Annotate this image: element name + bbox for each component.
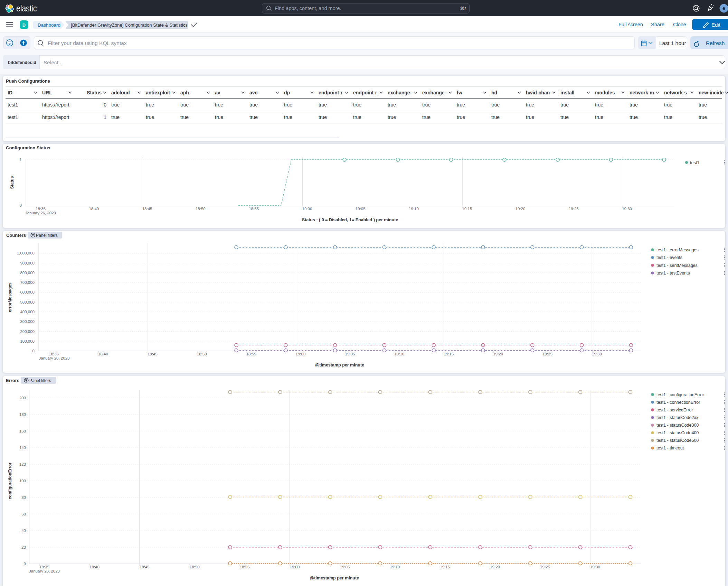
svg-text:19:15: 19:15	[462, 207, 472, 211]
svg-text:test1 - statusCode500: test1 - statusCode500	[656, 438, 699, 443]
svg-text:January 26, 2023: January 26, 2023	[25, 211, 56, 215]
svg-text:test1 - timeout: test1 - timeout	[656, 446, 684, 450]
svg-text:19:20: 19:20	[493, 352, 503, 356]
svg-text:19:20: 19:20	[516, 207, 526, 211]
svg-text:200: 200	[19, 396, 26, 400]
svg-text:140: 140	[19, 446, 26, 450]
svg-text:19:25: 19:25	[540, 565, 550, 569]
svg-text:January 26, 2023: January 26, 2023	[39, 356, 70, 360]
svg-text:900,000: 900,000	[20, 261, 35, 265]
svg-text:60: 60	[21, 512, 26, 516]
svg-text:0: 0	[32, 349, 35, 353]
svg-text:19:00: 19:00	[290, 565, 300, 569]
svg-text:test1 - serviceError: test1 - serviceError	[656, 408, 693, 412]
svg-text:test1 - events: test1 - events	[656, 255, 682, 260]
svg-text:19:00: 19:00	[302, 207, 312, 211]
svg-text:19:10: 19:10	[409, 207, 419, 211]
svg-text:19:05: 19:05	[345, 352, 355, 356]
svg-text:800,000: 800,000	[20, 271, 35, 275]
svg-text:test1 - testEvents: test1 - testEvents	[656, 271, 690, 276]
svg-text:200,000: 200,000	[20, 329, 35, 334]
svg-text:600,000: 600,000	[20, 290, 35, 294]
svg-text:19:15: 19:15	[440, 565, 450, 569]
svg-text:19:25: 19:25	[542, 352, 552, 356]
svg-text:Status: Status	[10, 176, 15, 189]
svg-text:18:55: 18:55	[249, 207, 259, 211]
svg-text:18:40: 18:40	[89, 565, 100, 569]
svg-text:@timestamp per minute: @timestamp per minute	[310, 576, 359, 580]
svg-text:18:35: 18:35	[49, 352, 59, 356]
svg-text:19:10: 19:10	[394, 352, 404, 356]
svg-text:test1 - errorMessages: test1 - errorMessages	[656, 248, 699, 252]
svg-text:18:35: 18:35	[36, 207, 46, 211]
svg-text:test1 - statusCode300: test1 - statusCode300	[656, 423, 699, 428]
svg-text:40: 40	[21, 529, 26, 533]
svg-text:300,000: 300,000	[20, 319, 35, 324]
svg-text:January 26, 2023: January 26, 2023	[29, 569, 60, 573]
svg-text:18:40: 18:40	[98, 352, 108, 356]
svg-text:errorMessages: errorMessages	[8, 282, 12, 312]
svg-text:19:30: 19:30	[592, 352, 602, 356]
svg-text:19:15: 19:15	[444, 352, 454, 356]
svg-text:100,000: 100,000	[20, 339, 35, 343]
svg-text:19:30: 19:30	[622, 207, 632, 211]
svg-text:100: 100	[19, 479, 26, 483]
svg-text:18:45: 18:45	[148, 352, 158, 356]
svg-text:19:20: 19:20	[490, 565, 500, 569]
svg-text:18:40: 18:40	[89, 207, 99, 211]
svg-text:19:30: 19:30	[590, 565, 600, 569]
svg-text:18:55: 18:55	[240, 565, 250, 569]
svg-text:configurationError: configurationError	[8, 463, 12, 499]
svg-text:700,000: 700,000	[20, 280, 35, 285]
svg-text:19:10: 19:10	[390, 565, 400, 569]
svg-text:19:05: 19:05	[356, 207, 366, 211]
svg-text:80: 80	[21, 495, 26, 500]
svg-text:test1 - connectionError: test1 - connectionError	[656, 400, 700, 405]
svg-text:test1: test1	[690, 160, 699, 165]
svg-text:20: 20	[21, 545, 26, 549]
svg-text:500,000: 500,000	[20, 300, 35, 304]
svg-text:18:45: 18:45	[142, 207, 152, 211]
svg-text:120: 120	[19, 462, 26, 466]
svg-text:0: 0	[20, 203, 22, 207]
svg-text:18:50: 18:50	[197, 352, 207, 356]
svg-text:19:05: 19:05	[340, 565, 350, 569]
svg-text:180: 180	[19, 412, 26, 417]
svg-text:@timestamp per minute: @timestamp per minute	[315, 363, 364, 368]
svg-text:18:35: 18:35	[39, 565, 49, 569]
svg-text:18:45: 18:45	[140, 565, 150, 569]
svg-text:19:25: 19:25	[569, 207, 579, 211]
svg-text:test1 - statusCode400: test1 - statusCode400	[656, 430, 699, 435]
svg-text:18:50: 18:50	[190, 565, 200, 569]
svg-text:18:55: 18:55	[246, 352, 256, 356]
svg-text:400,000: 400,000	[20, 310, 35, 314]
svg-text:0: 0	[24, 562, 26, 566]
svg-text:test1 - statusCode2xx: test1 - statusCode2xx	[656, 415, 699, 420]
svg-text:18:50: 18:50	[196, 207, 206, 211]
svg-text:1: 1	[20, 158, 22, 162]
svg-text:19:00: 19:00	[296, 352, 306, 356]
svg-text:1,000,000: 1,000,000	[17, 251, 35, 255]
svg-text:test1 - configurationError: test1 - configurationError	[656, 392, 704, 397]
svg-text:Status - ( 0 = Disabled, 1= En: Status - ( 0 = Disabled, 1= Enabled ) pe…	[302, 217, 398, 222]
svg-text:160: 160	[19, 429, 26, 433]
svg-text:test1 - sentMessages: test1 - sentMessages	[656, 263, 698, 268]
